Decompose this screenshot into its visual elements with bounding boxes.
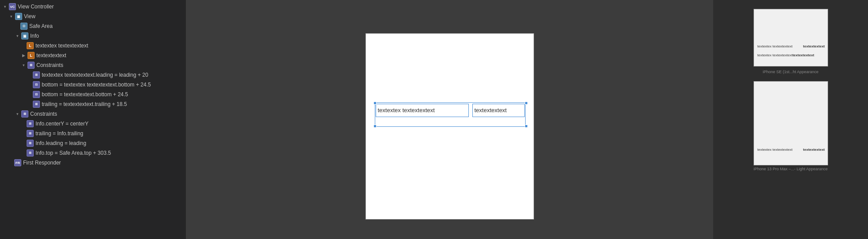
c3-label: bottom = textextextext.bottom + 24.5 xyxy=(42,91,128,98)
c5-label: Info.centerY = centerY xyxy=(35,121,89,127)
c8-icon: ⊞ xyxy=(27,149,34,157)
tree-item-c1[interactable]: ⊞ textextex textextextext.leading = lead… xyxy=(0,70,186,80)
vc-icon: VC xyxy=(9,3,16,10)
chevron-down-icon: ▾ xyxy=(14,33,20,39)
tree-item-constraints1[interactable]: ▾ ⊞ Constraints xyxy=(0,60,186,70)
canvas-label2-text: textextextext xyxy=(475,107,507,114)
chevron-down-icon: ▾ xyxy=(8,13,14,20)
constraints2-icon: ⊞ xyxy=(21,110,28,118)
tree-item-vc[interactable]: ▾ VC View Controller xyxy=(0,2,186,12)
preview-se-label1: textextex textextextext xyxy=(758,44,793,48)
label2-text: textextextext xyxy=(36,52,66,59)
c6-label: trailing = Info.trailing xyxy=(35,130,83,137)
tree-item-c3[interactable]: ⊟ bottom = textextextext.bottom + 24.5 xyxy=(0,90,186,99)
constraints1-label: Constraints xyxy=(36,62,63,68)
document-outline-panel: ▾ VC View Controller ▾ ▣ View ⊡ Safe Are… xyxy=(0,0,186,239)
preview-se-label2: textextextext xyxy=(803,44,825,48)
preview-iphone13: textextex textextextext textextextext xyxy=(754,81,828,165)
canvas-label2[interactable]: textextextext xyxy=(472,104,525,117)
view-icon: ▣ xyxy=(15,13,22,20)
c2-icon: ⊟ xyxy=(33,81,40,88)
info-label: Info xyxy=(30,33,39,39)
tree-item-c8[interactable]: ⊞ Info.top = Safe Area.top + 303.5 xyxy=(0,148,186,158)
preview-13-label: iPhone 13 Pro Max –...- Light Appearance xyxy=(754,167,828,171)
tree-item-first-responder[interactable]: FR First Responder xyxy=(0,158,186,168)
tree-item-safe-area[interactable]: ⊡ Safe Area xyxy=(0,21,186,31)
canvas-label1-text: textextex textextextext xyxy=(378,107,435,114)
canvas-panel: textextex textextextext textextextext xyxy=(186,0,713,239)
first-responder-label: First Responder xyxy=(23,160,61,166)
safe-area-label: Safe Area xyxy=(29,23,53,29)
preview-se-combined: textextex textextextexttextextextext xyxy=(758,53,814,57)
chevron-right-icon: ▶ xyxy=(20,52,27,59)
preview-se-label: iPhone SE (1st...ht Appearance xyxy=(763,70,819,74)
view-label: View xyxy=(24,13,35,20)
tree-item-label2[interactable]: ▶ L textextextext xyxy=(0,51,186,60)
tree-item-label1[interactable]: L textextex textextextext xyxy=(0,41,186,51)
safe-area-icon: ⊡ xyxy=(20,23,27,30)
canvas-area[interactable]: textextex textextextext textextextext xyxy=(365,33,534,219)
constraints1-icon: ⊞ xyxy=(27,62,35,69)
tree-item-view[interactable]: ▾ ▣ View xyxy=(0,12,186,21)
c4-label: trailing = textextextext.trailing + 18.5 xyxy=(42,101,127,107)
c3-icon: ⊟ xyxy=(33,91,40,98)
constraints2-label: Constraints xyxy=(30,111,57,117)
preview-panel: textextex textextextext textextextext te… xyxy=(713,0,868,239)
preview-iphone-se: textextex textextextext textextextext te… xyxy=(754,9,828,67)
chevron-down-icon: ▾ xyxy=(2,4,8,10)
tree-item-info[interactable]: ▾ ▣ Info xyxy=(0,31,186,41)
tree-item-constraints2[interactable]: ▾ ⊞ Constraints xyxy=(0,109,186,119)
label1-text: textextex textextextext xyxy=(35,43,88,49)
c1-icon: ⊞ xyxy=(33,71,40,78)
c4-icon: ⊞ xyxy=(33,101,40,108)
vc-label: View Controller xyxy=(18,4,54,10)
c8-label: Info.top = Safe Area.top + 303.5 xyxy=(35,150,111,156)
chevron-down-icon: ▾ xyxy=(14,111,20,117)
c5-icon: ⊞ xyxy=(27,120,34,127)
tree-item-c4[interactable]: ⊞ trailing = textextextext.trailing + 18… xyxy=(0,99,186,109)
first-responder-icon: FR xyxy=(14,159,21,166)
tree-item-c5[interactable]: ⊞ Info.centerY = centerY xyxy=(0,119,186,129)
c7-icon: ⊞ xyxy=(27,140,34,147)
canvas-label1[interactable]: textextex textextextext xyxy=(376,104,469,117)
label1-icon: L xyxy=(27,42,34,49)
info-icon: ▣ xyxy=(21,32,28,39)
preview-13-label1: textextex textextextext xyxy=(758,148,793,152)
c6-icon: ⊞ xyxy=(27,130,34,137)
preview-13-label2: textextextext xyxy=(803,148,825,152)
label2-icon: L xyxy=(27,52,35,59)
chevron-down-icon: ▾ xyxy=(20,62,27,68)
tree-item-c6[interactable]: ⊞ trailing = Info.trailing xyxy=(0,129,186,138)
c7-label: Info.leading = leading xyxy=(35,140,86,146)
tree-item-c7[interactable]: ⊞ Info.leading = leading xyxy=(0,138,186,148)
c2-label: bottom = textextex textextextext.bottom … xyxy=(42,82,151,88)
tree-item-c2[interactable]: ⊟ bottom = textextex textextextext.botto… xyxy=(0,80,186,90)
c1-label: textextex textextextext.leading = leadin… xyxy=(42,72,148,78)
